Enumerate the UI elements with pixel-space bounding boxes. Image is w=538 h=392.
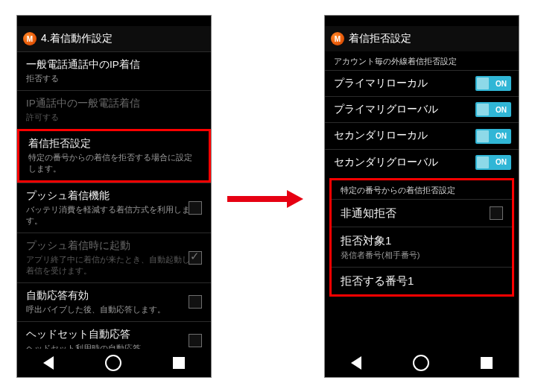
row-sub: 発信者番号(相手番号) [341, 250, 503, 261]
recent-icon[interactable] [481, 357, 493, 369]
app-icon: M [331, 32, 344, 45]
row-title: IP通話中の一般電話着信 [26, 97, 202, 110]
app-bar: M 着信拒否設定 [325, 26, 519, 51]
toggle-on[interactable]: ON [475, 102, 511, 117]
section-header: アカウント毎の外線着信拒否設定 [325, 51, 519, 70]
status-bar [17, 16, 211, 26]
status-bar [325, 16, 519, 26]
nav-bar [17, 349, 211, 377]
row-sub: アプリ終了中に着信が来たとき、自動起動して着信を受けます。 [26, 254, 202, 276]
row-title: 自動応答有効 [26, 289, 202, 303]
row-title: ヘッドセット自動応答 [26, 328, 202, 341]
row-reject-target-1[interactable]: 拒否対象1 発信者番号(相手番号) [332, 227, 512, 267]
row-gen-in-ip: IP通話中の一般電話着信 許可する [17, 90, 211, 129]
reject-number-group: 特定の番号からの着信拒否設定 非通知拒否 拒否対象1 発信者番号(相手番号) 拒… [329, 178, 514, 297]
row-secondary-global[interactable]: セカンダリグローバル ON [325, 149, 519, 175]
row-primary-global[interactable]: プライマリグローバル ON [325, 96, 519, 122]
back-icon[interactable] [351, 356, 361, 370]
phone-left: M 4.着信動作設定 一般電話通話中のIP着信 拒否する IP通話中の一般電話着… [16, 15, 212, 378]
row-title: 着信拒否設定 [28, 137, 200, 151]
section-header: 特定の番号からの着信拒否設定 [332, 180, 512, 199]
row-primary-local[interactable]: プライマリローカル ON [325, 70, 519, 96]
back-icon[interactable] [43, 356, 54, 370]
row-title: 拒否する番号1 [341, 274, 503, 288]
row-reject-settings[interactable]: 着信拒否設定 特定の番号からの着信を拒否する場合に設定します。 [17, 129, 211, 183]
row-title: プッシュ着信機能 [26, 189, 202, 203]
settings-list: アカウント毎の外線着信拒否設定 プライマリローカル ON プライマリグローバル … [325, 51, 519, 349]
home-icon[interactable] [105, 355, 121, 371]
row-ip-in-call[interactable]: 一般電話通話中のIP着信 拒否する [17, 51, 211, 90]
arrow-icon [227, 190, 309, 208]
nav-bar [325, 349, 519, 377]
row-anonymous-reject[interactable]: 非通知拒否 [332, 199, 512, 227]
toggle-label: ON [496, 132, 507, 140]
phone-right: M 着信拒否設定 アカウント毎の外線着信拒否設定 プライマリローカル ON プラ… [324, 15, 519, 378]
row-auto-answer[interactable]: 自動応答有効 呼出バイブした後、自動応答します。 [17, 282, 211, 321]
row-push[interactable]: プッシュ着信機能 バッテリ消費を軽減する着信方式を利用します。 [17, 183, 211, 233]
row-sub: ヘッドセット利用時の自動応答 [26, 343, 202, 349]
app-icon: M [23, 32, 37, 45]
row-title: 非通知拒否 [341, 206, 503, 221]
checkbox-checked [189, 251, 202, 265]
checkbox[interactable] [189, 295, 202, 309]
row-sub: 拒否する [26, 73, 202, 84]
row-sub: 許可する [26, 112, 202, 123]
checkbox[interactable] [189, 334, 202, 347]
row-title: 拒否対象1 [341, 233, 503, 248]
toggle-on[interactable]: ON [475, 76, 511, 91]
row-headset[interactable]: ヘッドセット自動応答 ヘッドセット利用時の自動応答 [17, 321, 211, 349]
row-sub: 特定の番号からの着信を拒否する場合に設定します。 [28, 152, 200, 174]
toggle-label: ON [496, 106, 507, 114]
row-reject-number-1[interactable]: 拒否する番号1 [332, 267, 512, 294]
toggle-label: ON [496, 158, 507, 166]
recent-icon[interactable] [173, 357, 185, 369]
toggle-on[interactable]: ON [475, 129, 511, 144]
toggle-label: ON [496, 80, 507, 88]
row-secondary-local[interactable]: セカンダリローカル ON [325, 122, 519, 148]
settings-list: 一般電話通話中のIP着信 拒否する IP通話中の一般電話着信 許可する 着信拒否… [17, 51, 211, 349]
checkbox[interactable] [490, 206, 503, 220]
row-push-wake: プッシュ着信時に起動 アプリ終了中に着信が来たとき、自動起動して着信を受けます。 [17, 233, 211, 282]
checkbox[interactable] [189, 201, 202, 215]
row-sub: バッテリ消費を軽減する着信方式を利用します。 [26, 204, 202, 227]
row-title: 一般電話通話中のIP着信 [26, 58, 202, 72]
appbar-title: 4.着信動作設定 [41, 32, 113, 45]
row-sub: 呼出バイブした後、自動応答します。 [26, 304, 202, 315]
home-icon[interactable] [413, 355, 429, 371]
app-bar: M 4.着信動作設定 [17, 26, 211, 51]
row-title: プッシュ着信時に起動 [26, 239, 202, 253]
appbar-title: 着信拒否設定 [349, 32, 411, 45]
toggle-on[interactable]: ON [475, 155, 511, 170]
